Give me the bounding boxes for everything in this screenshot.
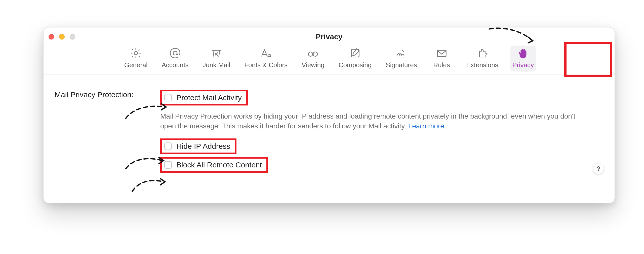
signature-icon [394,47,408,59]
tab-signatures[interactable]: Signatures [384,46,419,71]
checkbox-hide-ip[interactable] [164,142,172,150]
svg-point-3 [313,52,317,56]
tab-label: Fonts & Colors [244,61,288,69]
svg-point-1 [173,51,177,55]
checkbox-label: Hide IP Address [176,142,230,151]
svg-rect-5 [437,50,446,57]
tab-rules[interactable]: Rules [429,46,454,71]
tab-label: Extensions [466,61,498,69]
fonts-icon [259,47,273,59]
tab-label: General [124,61,148,69]
tab-general[interactable]: General [122,46,150,71]
svg-point-0 [134,51,137,55]
checkbox-block-remote[interactable] [164,161,172,169]
section-label: Mail Privacy Protection: [55,90,160,99]
prefs-toolbar: General Accounts Junk Mail [44,44,615,75]
checkbox-label: Protect Mail Activity [176,93,242,102]
tab-composing[interactable]: Composing [337,46,374,71]
gear-icon [129,47,143,59]
envelope-icon [435,47,449,59]
help-button[interactable]: ? [593,163,604,174]
tab-label: Accounts [162,61,188,69]
tab-viewing[interactable]: Viewing [300,46,327,71]
tab-label: Composing [339,61,372,69]
window-title: Privacy [44,32,615,41]
tab-extensions[interactable]: Extensions [464,46,500,71]
at-icon [168,47,182,59]
tab-label: Rules [433,61,450,69]
hand-icon [516,47,530,59]
privacy-description: Mail Privacy Protection works by hiding … [160,112,575,131]
trash-icon [209,47,223,59]
learn-more-link[interactable]: Learn more… [408,122,451,130]
glasses-icon [306,47,320,59]
privacy-pane: Mail Privacy Protection: Protect Mail Ac… [44,75,615,183]
tab-label: Signatures [386,61,417,69]
annotation-highlight-blockremote: Block All Remote Content [160,157,268,173]
tab-accounts[interactable]: Accounts [159,46,190,71]
svg-point-2 [308,52,313,56]
tab-privacy[interactable]: Privacy [510,46,536,71]
annotation-highlight-hideip: Hide IP Address [160,138,236,154]
puzzle-icon [475,47,489,59]
tab-label: Privacy [512,61,534,69]
description-text: Mail Privacy Protection works by hiding … [160,112,575,130]
preferences-window: Privacy General Accounts [43,27,615,203]
tab-junk-mail[interactable]: Junk Mail [200,46,232,71]
checkbox-protect-mail-activity[interactable] [164,94,172,101]
compose-icon [348,47,362,59]
checkbox-label: Block All Remote Content [176,161,262,169]
tab-label: Junk Mail [203,61,230,69]
titlebar: Privacy [44,27,615,44]
tab-label: Viewing [302,61,325,69]
tab-fonts-colors[interactable]: Fonts & Colors [242,46,290,71]
annotation-highlight-protect: Protect Mail Activity [160,90,248,105]
